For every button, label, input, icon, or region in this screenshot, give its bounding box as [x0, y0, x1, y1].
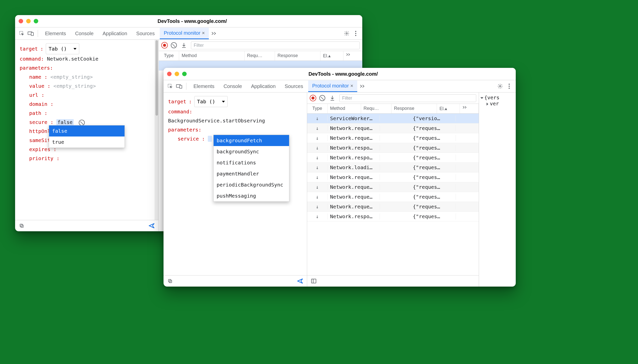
device-toggle-icon[interactable] — [27, 29, 35, 37]
table-row[interactable]: ↓Network.reque…{"reques… — [307, 192, 479, 202]
param-name-value[interactable]: <empty_string> — [50, 74, 93, 80]
clear-value-icon[interactable] — [79, 120, 85, 126]
table-row[interactable]: ↓Network.respo…{"reques… — [307, 143, 479, 153]
col-elapsed[interactable]: El.▴ — [437, 104, 460, 113]
direction-icon: ↓ — [307, 184, 328, 190]
autocomplete-item[interactable]: periodicBackgroundSync — [214, 179, 289, 190]
more-tabs-icon[interactable] — [210, 29, 218, 37]
record-button[interactable] — [310, 95, 316, 101]
table-row[interactable]: ↓Network.loadi…{"reques… — [307, 163, 479, 172]
col-response[interactable]: Response — [275, 51, 321, 61]
expand-icon[interactable] — [487, 103, 488, 106]
tab-console[interactable]: Console — [219, 81, 246, 92]
expand-icon[interactable] — [481, 97, 484, 99]
more-columns-icon[interactable] — [343, 51, 362, 61]
element-picker-icon[interactable] — [166, 82, 174, 90]
copy-icon[interactable] — [18, 222, 26, 230]
scrollbar[interactable] — [155, 40, 158, 220]
devtools-tabbar: Elements Console Application Sources Pro… — [164, 80, 516, 93]
filter-input[interactable]: Filter — [191, 41, 360, 49]
command-editor[interactable]: target: Tab () command: Network.setCooki… — [15, 40, 158, 220]
close-tab-icon[interactable]: × — [350, 83, 353, 88]
target-select[interactable]: Tab () — [194, 96, 227, 107]
target-select[interactable]: Tab () — [46, 43, 79, 54]
close-window-icon[interactable] — [167, 72, 172, 76]
kebab-menu-icon[interactable] — [352, 29, 360, 37]
cell-response: {"reques… — [410, 204, 456, 210]
settings-icon[interactable] — [496, 82, 504, 90]
send-button[interactable] — [148, 222, 156, 230]
send-button[interactable] — [296, 277, 304, 285]
param-value-key: value — [29, 83, 44, 89]
clear-log-icon[interactable] — [319, 95, 325, 101]
col-elapsed[interactable]: El.▴ — [321, 51, 343, 61]
autocomplete-item[interactable]: pushMessaging — [214, 190, 289, 201]
autocomplete-item[interactable]: backgroundFetch — [214, 135, 289, 146]
table-row[interactable]: ↓Network.reque…{"reques… — [307, 202, 479, 212]
tab-elements[interactable]: Elements — [41, 28, 70, 39]
settings-icon[interactable] — [343, 29, 351, 37]
record-button[interactable] — [161, 42, 168, 49]
table-row[interactable]: ↓Network.respo…{"reques… — [307, 153, 479, 163]
col-request[interactable]: Requ… — [245, 51, 275, 61]
clear-log-icon[interactable] — [171, 42, 177, 48]
minimize-window-icon[interactable] — [175, 72, 179, 76]
tab-sources[interactable]: Sources — [132, 28, 159, 39]
command-value[interactable]: Network.setCookie — [47, 56, 98, 62]
col-method[interactable]: Method — [179, 51, 245, 61]
download-icon[interactable] — [328, 94, 336, 102]
col-response[interactable]: Response — [391, 104, 437, 113]
direction-icon: ↓ — [307, 155, 328, 161]
toggle-drawer-icon[interactable] — [310, 277, 318, 285]
table-row[interactable]: ↓Network.reque…{"reques… — [307, 172, 479, 182]
device-toggle-icon[interactable] — [175, 82, 183, 90]
minimize-window-icon[interactable] — [26, 19, 31, 23]
autocomplete-item[interactable]: false — [49, 125, 125, 136]
close-window-icon[interactable] — [19, 19, 23, 23]
fullscreen-window-icon[interactable] — [34, 19, 38, 23]
autocomplete-item[interactable]: notifications — [214, 157, 289, 168]
scrollbar-thumb[interactable] — [155, 40, 158, 116]
svg-point-5 — [355, 33, 356, 34]
col-type[interactable]: Type — [307, 104, 328, 113]
cell-method: Network.reque… — [328, 204, 380, 210]
tab-application[interactable]: Application — [99, 28, 131, 39]
command-value[interactable]: BackgroundService.startObserving — [168, 118, 265, 124]
tab-console[interactable]: Console — [71, 28, 97, 39]
table-row[interactable]: ↓Network.respo…{"reques… — [307, 212, 479, 221]
more-tabs-icon[interactable] — [358, 82, 366, 90]
autocomplete-item[interactable]: true — [49, 136, 125, 148]
tab-application[interactable]: Application — [247, 81, 280, 92]
tab-elements[interactable]: Elements — [189, 81, 218, 92]
svg-rect-11 — [180, 85, 182, 88]
direction-icon: ↓ — [307, 135, 328, 141]
table-row[interactable]: ↓Network.reque…{"reques… — [307, 182, 479, 192]
autocomplete-popup: false true — [49, 125, 125, 148]
copy-icon[interactable] — [166, 277, 174, 285]
tab-sources[interactable]: Sources — [281, 81, 307, 92]
cell-response: {"reques… — [410, 135, 456, 141]
autocomplete-item[interactable]: backgroundSync — [214, 146, 289, 157]
download-icon[interactable] — [180, 41, 188, 49]
col-method[interactable]: Method — [328, 104, 361, 113]
table-row[interactable]: ↓ServiceWorker…{"versio… — [307, 114, 479, 123]
tab-protocol-monitor[interactable]: Protocol monitor× — [160, 28, 209, 39]
close-tab-icon[interactable]: × — [202, 30, 205, 36]
log-grid-header: Type Method Requ… Response El.▴ — [307, 104, 479, 114]
message-details-pane[interactable]: {vers ver — [479, 93, 516, 287]
autocomplete-item[interactable]: paymentHandler — [214, 168, 289, 179]
more-columns-icon[interactable] — [460, 104, 479, 113]
command-editor[interactable]: target: Tab () command: BackgroundServic… — [164, 93, 307, 275]
filter-input[interactable]: Filter — [339, 94, 476, 102]
fullscreen-window-icon[interactable] — [182, 72, 187, 76]
table-row[interactable]: ↓Network.reque…{"reques… — [307, 123, 479, 133]
log-grid-body[interactable]: ↓ServiceWorker…{"versio…↓Network.reque…{… — [307, 114, 479, 275]
col-type[interactable]: Type — [159, 51, 179, 61]
tab-protocol-monitor[interactable]: Protocol monitor× — [308, 80, 357, 92]
param-secure-value[interactable]: false — [56, 119, 73, 125]
param-value-value[interactable]: <empty_string> — [53, 83, 96, 89]
col-request[interactable]: Requ… — [361, 104, 391, 113]
table-row[interactable]: ↓Network.reque…{"reques… — [307, 133, 479, 143]
kebab-menu-icon[interactable] — [505, 82, 513, 90]
element-picker-icon[interactable] — [18, 29, 26, 37]
